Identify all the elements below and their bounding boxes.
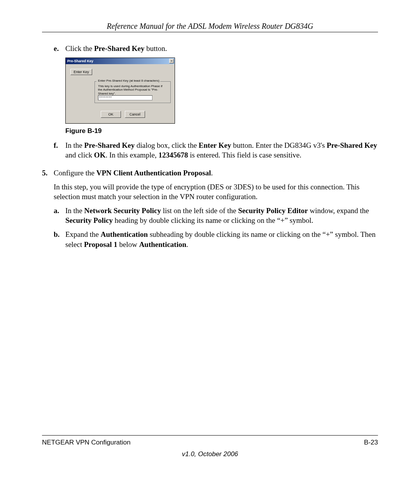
text: Expand the (65, 230, 101, 238)
text: . (186, 240, 188, 248)
text: Configure the (54, 169, 96, 177)
text: window, expand the (308, 206, 369, 215)
document-page: Reference Manual for the ADSL Modem Wire… (0, 0, 420, 504)
preshared-key-input[interactable]: ******** (98, 95, 152, 100)
step-5: 5. Configure the VPN Client Authenticati… (42, 168, 378, 178)
dialog-body: Enter Key Enter Pre-Shared Key (at least… (66, 64, 175, 123)
step-e-body: Click the Pre-Shared Key button. (65, 44, 378, 54)
text: button. (145, 44, 167, 52)
bold: Enter Key (199, 141, 231, 149)
text: heading by double clicking its name or c… (113, 216, 313, 224)
text: . (211, 169, 213, 177)
footer-version: v1.0, October 2006 (0, 450, 420, 458)
step-5a: a. In the Network Security Policy list o… (54, 206, 378, 226)
footer-left: NETGEAR VPN Configuration (42, 439, 131, 446)
preshared-key-dialog: Pre-Shared Key × Enter Key Enter Pre-Sha… (65, 58, 175, 124)
bold: Security Policy Editor (238, 206, 308, 215)
marker-f: f. (54, 140, 65, 160)
text: and click (65, 151, 94, 159)
bold: VPN Client Authentication Proposal (96, 169, 211, 177)
step-f: f. In the Pre-Shared Key dialog box, cli… (54, 140, 378, 160)
text: button. Enter the DG834G v3's (231, 141, 327, 149)
bold: 12345678 (159, 151, 188, 159)
text: Click the (65, 44, 94, 52)
bold: Pre-Shared Key (84, 141, 135, 149)
bold: Security Policy (65, 216, 113, 224)
step-f-body: In the Pre-Shared Key dialog box, click … (65, 140, 378, 160)
text: In the (65, 141, 84, 149)
fieldset-help-text: This key is used during Authentication P… (98, 84, 167, 96)
marker-e: e. (54, 44, 65, 54)
close-icon[interactable]: × (169, 59, 174, 63)
step-5-body: Configure the VPN Client Authentication … (54, 168, 378, 178)
figure-b19: Pre-Shared Key × Enter Key Enter Pre-Sha… (65, 58, 378, 124)
dialog-titlebar: Pre-Shared Key × (66, 58, 175, 64)
text: list on the left side of the (161, 206, 238, 215)
step-5b: b. Expand the Authentication subheading … (54, 229, 378, 249)
step-5b-body: Expand the Authentication subheading by … (65, 229, 378, 249)
footer-rule (42, 435, 378, 436)
bold: Pre-Shared Key (94, 44, 145, 52)
text: dialog box, click the (135, 141, 199, 149)
text: . In this example, (105, 151, 158, 159)
fieldset-legend: Enter Pre-Shared Key (at least 8 charact… (97, 79, 160, 83)
dialog-title: Pre-Shared Key (66, 59, 93, 63)
text: below (117, 240, 139, 248)
footer-line: NETGEAR VPN Configuration B-23 (42, 439, 378, 446)
bold: Pre-Shared Key (327, 141, 377, 149)
bold: Authentication (101, 230, 148, 238)
enter-key-button[interactable]: Enter Key (70, 69, 92, 75)
step-5-paragraph: In this step, you will provide the type … (54, 182, 378, 202)
marker-b: b. (54, 229, 65, 249)
header-rule (42, 32, 378, 32)
text: is entered. This field is case sensitive… (188, 151, 301, 159)
marker-5: 5. (42, 168, 54, 178)
key-fieldset: Enter Pre-Shared Key (at least 8 charact… (94, 81, 171, 103)
bold: Authentication (139, 240, 186, 248)
step-5a-body: In the Network Security Policy list on t… (65, 206, 378, 226)
figure-caption: Figure B-19 (65, 127, 378, 136)
step-e: e. Click the Pre-Shared Key button. (54, 44, 378, 54)
ok-button[interactable]: OK (101, 111, 121, 118)
cancel-button[interactable]: Cancel (125, 111, 145, 118)
bold: Network Security Policy (84, 206, 161, 215)
bold: OK (94, 151, 106, 159)
page-header-title: Reference Manual for the ADSL Modem Wire… (0, 22, 420, 31)
bold: Proposal 1 (84, 240, 117, 248)
text: In the (65, 206, 84, 215)
page-content: e. Click the Pre-Shared Key button. Pre-… (42, 44, 378, 253)
marker-a: a. (54, 206, 65, 226)
footer-right: B-23 (364, 439, 378, 446)
